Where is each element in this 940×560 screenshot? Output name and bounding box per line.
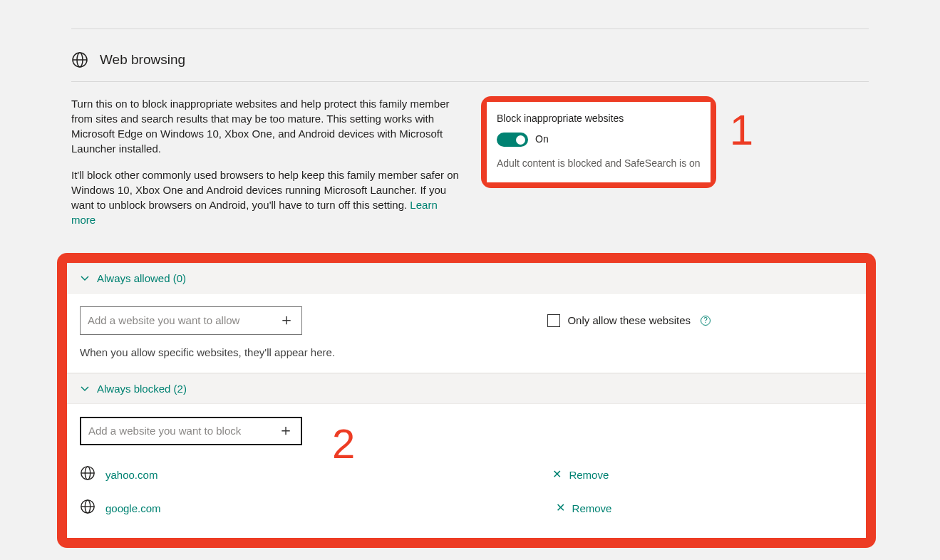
toggle-state: On (535, 133, 549, 147)
blocked-site-link[interactable]: yahoo.com (105, 467, 157, 482)
always-allowed-label: Always allowed (0) (97, 271, 186, 286)
divider-top (71, 28, 869, 29)
always-allowed-header[interactable]: Always allowed (0) (67, 263, 866, 294)
block-label: Block inappropriate websites (497, 112, 701, 126)
globe-icon (71, 51, 88, 68)
block-toggle[interactable] (497, 133, 528, 147)
annotation-box-2: 2 Always allowed (0) Add a website you w… (57, 253, 876, 548)
description-2: It'll block other commonly used browsers… (71, 167, 460, 227)
globe-icon (80, 499, 95, 518)
only-allow-label: Only allow these websites (567, 313, 691, 328)
blocked-site-link[interactable]: google.com (105, 501, 161, 516)
add-allow-placeholder: Add a website you want to allow (88, 313, 239, 328)
chevron-down-icon (80, 273, 90, 283)
remove-button[interactable]: ✕ Remove (556, 500, 612, 516)
allowed-helper-text: When you allow specific websites, they'l… (80, 345, 853, 360)
close-icon: ✕ (552, 467, 562, 482)
close-icon: ✕ (556, 500, 565, 516)
description-1: Turn this on to block inappropriate webs… (71, 96, 460, 156)
description-column: Turn this on to block inappropriate webs… (71, 96, 460, 239)
annotation-number-1: 1 (730, 109, 753, 152)
block-inappropriate-card: Block inappropriate websites On Adult co… (487, 102, 711, 182)
always-blocked-label: Always blocked (2) (97, 381, 187, 396)
block-description: Adult content is blocked and SafeSearch … (497, 157, 701, 171)
plus-icon[interactable]: ＋ (278, 420, 294, 442)
annotation-number-2: 2 (332, 423, 355, 465)
only-allow-checkbox[interactable] (547, 314, 560, 327)
add-block-input[interactable]: Add a website you want to block ＋ (80, 417, 302, 445)
section-title: Web browsing (100, 51, 185, 70)
always-blocked-header[interactable]: Always blocked (2) (67, 373, 866, 404)
globe-icon (80, 465, 95, 484)
annotation-box-1: Block inappropriate websites On Adult co… (481, 96, 716, 188)
remove-button[interactable]: ✕ Remove (552, 467, 609, 482)
plus-icon[interactable]: ＋ (279, 309, 294, 331)
help-icon[interactable]: ? (701, 316, 711, 326)
section-header: Web browsing (71, 51, 869, 82)
add-allow-input[interactable]: Add a website you want to allow ＋ (80, 306, 302, 335)
chevron-down-icon (80, 383, 90, 393)
add-block-placeholder: Add a website you want to block (88, 423, 241, 438)
